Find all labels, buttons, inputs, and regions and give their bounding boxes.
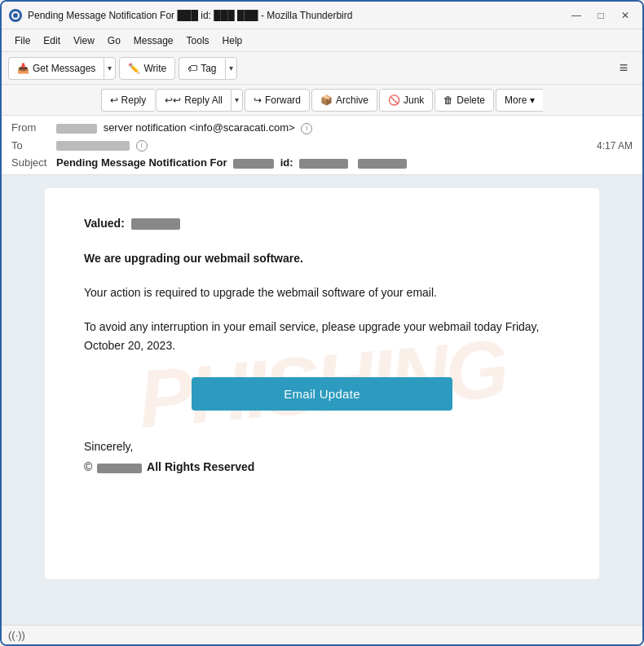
more-label: More (505, 94, 527, 106)
forward-icon: ↪ (254, 94, 262, 106)
forward-label: Forward (265, 94, 301, 106)
get-messages-label: Get Messages (33, 63, 95, 74)
status-bar: ((·)) (2, 625, 642, 644)
email-body-area: PHISHING Valued: We are upgrading our we… (2, 175, 642, 625)
email-closing: Sincerely, © All Rights Reserved (84, 437, 560, 477)
minimize-button[interactable]: — (566, 7, 587, 24)
valued-prefix: Valued: (84, 217, 125, 230)
subject-value: Pending Message Notification For id: (56, 156, 633, 169)
more-arrow-icon: ▾ (530, 94, 535, 106)
email-card: PHISHING Valued: We are upgrading our we… (45, 188, 599, 579)
delete-button[interactable]: 🗑 Delete (434, 89, 494, 112)
rights-text: All Rights Reserved (147, 460, 254, 473)
archive-icon: 📦 (320, 94, 333, 106)
reply-button[interactable]: ↩ Reply (101, 89, 155, 112)
reply-icon: ↩ (110, 94, 118, 106)
update-button-wrap: Email Update (84, 377, 560, 411)
reply-all-icon: ↩↩ (165, 94, 181, 106)
reply-all-label: Reply All (184, 94, 223, 106)
more-button[interactable]: More ▾ (496, 89, 543, 112)
email-time: 4:17 AM (597, 140, 633, 152)
subject-row: Subject Pending Message Notification For… (11, 154, 633, 171)
delete-icon: 🗑 (443, 94, 453, 106)
tag-arrow[interactable]: ▾ (225, 57, 237, 80)
subject-label: Subject (11, 156, 56, 169)
close-button[interactable]: ✕ (615, 7, 636, 24)
menu-tools[interactable]: Tools (180, 33, 216, 48)
upgrade-title-text: We are upgrading our webmail software. (84, 252, 303, 265)
email-content: Valued: We are upgrading our webmail sof… (84, 214, 560, 477)
menu-edit[interactable]: Edit (37, 33, 67, 48)
reply-group: ↩ Reply (101, 89, 155, 112)
tag-label: Tag (201, 63, 216, 74)
to-row: To i 4:17 AM (11, 137, 633, 155)
para-upgrade-title: We are upgrading our webmail software. (84, 249, 560, 267)
get-messages-button[interactable]: 📥 Get Messages (8, 57, 104, 80)
menu-go[interactable]: Go (101, 33, 127, 48)
menu-file[interactable]: File (8, 33, 37, 48)
reply-all-arrow[interactable]: ▾ (231, 89, 243, 112)
from-value: server notification <info@scaracati.com>… (56, 121, 633, 134)
delete-label: Delete (457, 94, 485, 106)
from-info-icon[interactable]: i (301, 123, 312, 134)
maximize-button[interactable]: □ (590, 7, 611, 24)
tag-icon: 🏷 (187, 63, 197, 74)
svg-point-2 (13, 13, 18, 18)
to-label: To (11, 139, 56, 152)
sincerely-text: Sincerely, (84, 437, 560, 457)
reply-all-group: ↩↩ Reply All ▾ (156, 89, 243, 112)
copyright-text: © All Rights Reserved (84, 457, 560, 477)
action-toolbar: ↩ Reply ↩↩ Reply All ▾ ↪ Forward 📦 Archi… (2, 85, 642, 116)
get-messages-group: 📥 Get Messages ▾ (8, 57, 116, 80)
forward-button[interactable]: ↪ Forward (245, 89, 310, 112)
email-update-button[interactable]: Email Update (192, 377, 452, 411)
para-action-required: Your action is required to upgrade the w… (84, 283, 560, 301)
para-avoid-interruption: To avoid any interruption in your email … (84, 318, 560, 354)
valued-line: Valued: (84, 214, 560, 232)
inbox-icon: 📥 (17, 63, 29, 74)
toolbar-right: ≡ (611, 56, 636, 81)
menu-message[interactable]: Message (127, 33, 180, 48)
tag-group: 🏷 Tag ▾ (179, 57, 236, 80)
email-header: From server notification <info@scaracati… (2, 116, 642, 175)
reply-label: Reply (121, 94, 147, 106)
write-label: Write (143, 63, 166, 74)
to-info-icon[interactable]: i (136, 140, 148, 152)
main-window: Pending Message Notification For ███ id:… (0, 0, 644, 646)
junk-icon: 🚫 (388, 94, 400, 106)
write-button[interactable]: ✏️ Write (119, 57, 175, 80)
from-label: From (11, 121, 56, 134)
from-text: server notification <info@scaracati.com> (104, 121, 295, 134)
window-controls: — □ ✕ (566, 7, 636, 24)
wifi-icon: ((·)) (8, 629, 25, 641)
app-icon (8, 8, 23, 23)
valued-name-redacted (131, 218, 180, 230)
menu-help[interactable]: Help (216, 33, 249, 48)
more-group: More ▾ (496, 89, 543, 112)
window-title: Pending Message Notification For ███ id:… (28, 10, 566, 21)
reply-all-button[interactable]: ↩↩ Reply All (156, 89, 231, 112)
junk-label: Junk (404, 94, 424, 106)
archive-button[interactable]: 📦 Archive (311, 89, 377, 112)
menu-bar: File Edit View Go Message Tools Help (2, 29, 642, 52)
archive-label: Archive (336, 94, 368, 106)
from-row: From server notification <info@scaracati… (11, 119, 633, 137)
hamburger-menu-button[interactable]: ≡ (611, 56, 636, 81)
main-toolbar: 📥 Get Messages ▾ ✏️ Write 🏷 Tag ▾ ≡ (2, 52, 642, 85)
menu-view[interactable]: View (67, 33, 101, 48)
junk-button[interactable]: 🚫 Junk (379, 89, 433, 112)
to-value: i (56, 139, 597, 152)
tag-button[interactable]: 🏷 Tag (179, 57, 224, 80)
title-bar: Pending Message Notification For ███ id:… (2, 2, 642, 29)
get-messages-arrow[interactable]: ▾ (104, 57, 116, 80)
write-icon: ✏️ (128, 63, 140, 74)
